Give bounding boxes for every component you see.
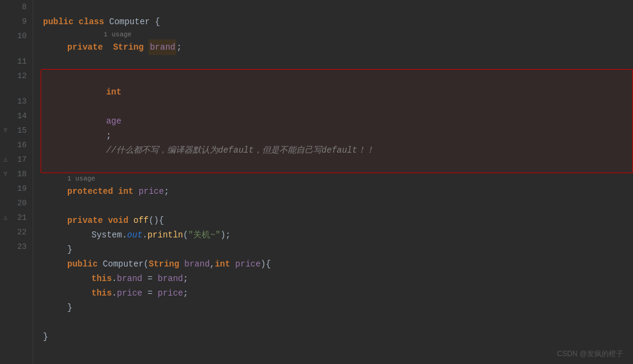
system-16: System [91,228,122,242]
type-string-10: String [113,40,144,55]
space [103,40,113,55]
line-num-12: 12 [0,69,33,84]
equals: = [147,271,152,286]
brace-close-23: } [43,329,48,344]
dot: . [142,228,147,242]
semicolon: ; [183,271,188,286]
space [142,286,147,300]
paren-close-brace: ){ [260,257,271,271]
line-num-21: △21 [0,211,33,225]
space [73,15,78,29]
param-price-20: price [157,286,183,300]
line-num-17: △17 [0,153,33,167]
space [104,15,109,29]
space [230,257,235,271]
line-11 [43,55,633,69]
dot: . [112,286,117,300]
hint-10 [0,44,33,55]
kw-protected-13: protected [67,184,113,199]
line-num-16: 16 [0,138,33,153]
field-price-13: price [139,184,164,199]
line-num-15: ▽15 [0,124,33,138]
line-num-19: 19 [0,182,33,196]
line-9: public class Computer { [43,15,633,29]
semicolon: ; [164,184,169,199]
field-brand-10: brand [148,39,176,55]
code-editor: 8 9 10 11 12 13 14 ▽15 16 △17 ▽18 19 20 … [0,0,633,364]
line-num-11: 11 [0,55,33,69]
line-17: } [43,242,633,257]
code-content: public class Computer { 1 usage private … [33,0,633,364]
kw-public-18: public [67,257,98,271]
hint-usage-10: 1 usage [43,29,633,40]
brace: { [150,15,160,29]
line-16: System . out . println ( "关机~" ); [43,228,633,242]
line-15: private void off (){ [43,213,633,228]
space [113,184,118,199]
line-8 [43,0,633,15]
kw-this-20: this [91,286,112,300]
param-price-18: price [235,257,260,271]
parens: (){ [148,213,164,228]
kw-private-10: private [67,40,103,55]
kw-int-13: int [118,184,133,199]
class-name-9: Computer [109,15,150,29]
space [153,286,157,300]
brace-close-17: } [67,242,72,257]
paren-open: ( [144,257,148,271]
space [144,40,148,55]
paren-close: ); [220,228,231,242]
line-18: public Computer ( String brand , int pri… [43,257,633,271]
watermark: CSDN @发疯的橙子 [557,349,623,359]
comma: , [210,257,214,271]
method-off-15: off [133,213,148,228]
line-22 [43,315,633,329]
line-num-13: 13 [0,94,33,109]
kw-void-15: void [108,213,128,228]
type-string-18: String [148,257,179,271]
code-area: 8 9 10 11 12 13 14 ▽15 16 △17 ▽18 19 20 … [0,0,633,364]
hint-usage-12: 1 usage [43,173,633,184]
line-num-14: 14 [0,109,33,124]
line-23: } [43,329,633,344]
line-numbers: 8 9 10 11 12 13 14 ▽15 16 △17 ▽18 19 20 … [0,0,33,364]
param-brand-19: brand [157,271,183,286]
kw-this-19: this [91,271,112,286]
line-num-20: 20 [0,196,33,211]
param-brand-18: brand [184,257,210,271]
line-num-8: 8 [0,0,33,15]
line-21: } [43,300,633,315]
line-13: protected int price ; [43,184,633,199]
semicolon: ; [183,286,188,300]
constructor-18: Computer [103,257,144,271]
line-num-9: 9 [0,15,33,29]
field-age-12: age [106,116,121,126]
semicolon: ; [176,40,181,55]
paren-open: ( [183,228,188,242]
kw-int-12: int [106,87,121,97]
space [133,184,138,199]
equals: = [147,286,152,300]
dot: . [122,228,127,242]
line-19: this . brand = brand ; [43,271,633,286]
space [153,271,157,286]
space [103,213,108,228]
field-price-20: price [117,286,142,300]
space [179,257,184,271]
space [106,102,111,111]
println-16: println [147,228,183,242]
kw-public-9: public [43,15,73,29]
comment-12: //什么都不写，编译器默认为default，但是不能自己写default！！ [106,145,374,155]
line-num-23: 23 [0,240,33,254]
line-num-18: ▽18 [0,167,33,182]
line-num-22: 22 [0,225,33,240]
brace-close-21: } [67,300,72,315]
string-16: "关机~" [188,228,220,242]
semicolon: ; [106,131,111,141]
out-16: out [127,228,142,242]
space [142,271,147,286]
hint-12 [0,84,33,94]
line-num-10: 10 [0,29,33,44]
line-14 [43,199,633,213]
line-12: int age ; //什么都不写，编译器默认为default，但是不能自己写d… [41,69,633,173]
